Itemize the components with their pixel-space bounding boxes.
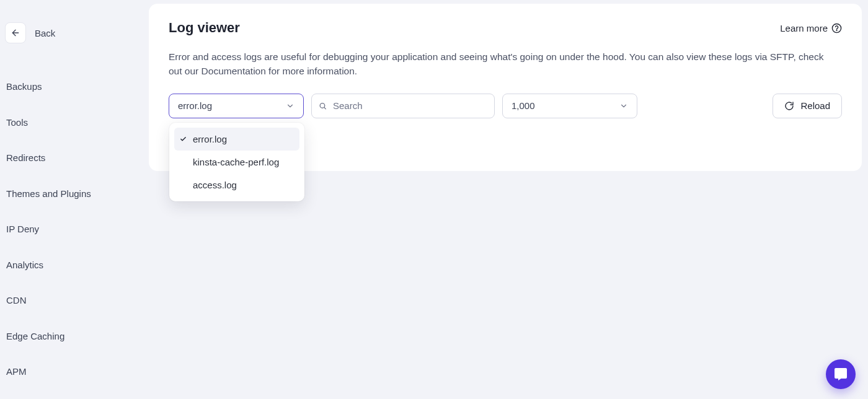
learn-more-label: Learn more [780, 23, 828, 33]
log-viewer-card: Log viewer Learn more Error and access l… [149, 4, 862, 171]
help-circle-icon [831, 23, 842, 33]
svg-point-2 [836, 30, 837, 30]
log-file-select[interactable]: error.log error.logkinsta-cache-perf.log… [169, 94, 304, 118]
log-option-error-log[interactable]: error.log [174, 128, 299, 151]
page-title: Log viewer [169, 20, 240, 36]
log-option-label: error.log [193, 134, 227, 144]
sidebar-nav: BackupsToolsRedirectsThemes and PluginsI… [0, 73, 138, 399]
svg-line-4 [324, 107, 326, 108]
line-count-select[interactable]: 1,000 [502, 94, 637, 118]
sidebar: Back BackupsToolsRedirectsThemes and Plu… [0, 0, 138, 399]
sidebar-item-redirects[interactable]: Redirects [0, 144, 134, 172]
back-label: Back [35, 28, 55, 38]
log-file-select-value: error.log [178, 100, 212, 111]
check-icon [179, 136, 187, 142]
log-option-label: access.log [193, 180, 237, 190]
back-row: Back [0, 22, 138, 43]
sidebar-item-tools[interactable]: Tools [0, 109, 134, 136]
sidebar-item-analytics[interactable]: Analytics [0, 252, 134, 279]
learn-more-link[interactable]: Learn more [780, 23, 842, 33]
chat-fab[interactable] [826, 359, 856, 389]
sidebar-item-edge-caching[interactable]: Edge Caching [0, 323, 134, 350]
search-wrap [311, 94, 495, 118]
reload-button[interactable]: Reload [773, 94, 842, 118]
arrow-left-icon [11, 28, 20, 38]
chat-icon [833, 367, 848, 382]
sidebar-item-backups[interactable]: Backups [0, 73, 134, 100]
reload-label: Reload [800, 100, 830, 111]
log-option-label: kinsta-cache-perf.log [193, 157, 279, 167]
sidebar-item-ip-deny[interactable]: IP Deny [0, 216, 134, 243]
log-option-access-log[interactable]: access.log [174, 173, 299, 196]
search-icon [319, 102, 327, 110]
back-button[interactable] [5, 22, 26, 43]
chevron-down-icon [286, 102, 294, 110]
card-description: Error and access logs are useful for deb… [169, 50, 838, 79]
line-count-value: 1,000 [512, 100, 535, 111]
controls-row: error.log error.logkinsta-cache-perf.log… [169, 94, 842, 118]
log-option-kinsta-cache-perf-log[interactable]: kinsta-cache-perf.log [174, 151, 299, 173]
sidebar-item-cdn[interactable]: CDN [0, 287, 134, 314]
reload-icon [784, 101, 794, 111]
sidebar-item-manage-users[interactable]: Manage users [0, 394, 134, 400]
search-input[interactable] [311, 94, 495, 118]
svg-point-1 [832, 24, 841, 32]
chevron-down-icon [619, 102, 628, 110]
log-file-dropdown: error.logkinsta-cache-perf.logaccess.log [169, 123, 304, 201]
main: Log viewer Learn more Error and access l… [138, 0, 868, 399]
sidebar-item-themes-and-plugins[interactable]: Themes and Plugins [0, 180, 134, 208]
sidebar-item-apm[interactable]: APM [0, 358, 134, 385]
card-header: Log viewer Learn more [169, 20, 842, 36]
